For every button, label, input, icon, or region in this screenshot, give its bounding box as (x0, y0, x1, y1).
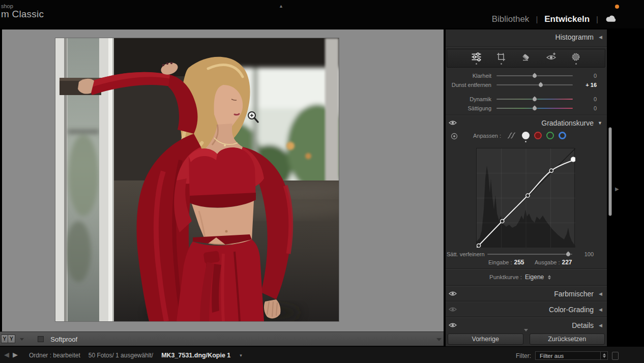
histogram-panel-header[interactable]: Histogramm ◀ (446, 31, 607, 44)
slider-track[interactable] (496, 96, 573, 103)
logo-line2: m Classic (1, 9, 44, 20)
slider-thumb[interactable] (565, 251, 572, 258)
tool-active-dot (476, 63, 477, 65)
develop-canvas-area (2, 29, 444, 331)
next-photo-arrow-icon[interactable]: ▶ (13, 351, 18, 358)
tone-curve-panel-header[interactable]: Gradationskurve ▼ (446, 116, 607, 130)
color-grading-panel-header[interactable]: Color-Grading ◀ (446, 303, 607, 316)
softproof-checkbox[interactable] (38, 336, 44, 342)
slider-thumb[interactable] (531, 104, 538, 111)
masking-tool[interactable] (570, 52, 581, 67)
parametric-curve-icon[interactable] (507, 132, 517, 139)
point-curve-select[interactable]: Eigene (525, 274, 544, 281)
tool-active-dot (575, 63, 577, 65)
panel-buttons-row: Vorherige Zurücksetzen (448, 334, 605, 345)
panel-eye-icon[interactable] (449, 120, 457, 126)
slider-label: Sätt. verfeinern (447, 251, 482, 257)
curve-point-selected[interactable] (571, 157, 575, 162)
point-curve-label: Punktkurve : (489, 274, 522, 280)
divider (446, 268, 607, 269)
toolbar-collapse-icon[interactable] (436, 338, 442, 341)
notification-dot (615, 5, 619, 9)
bottom-toolbar: Y Y Softproof (0, 331, 444, 346)
edit-basic-adjustments-tool[interactable] (471, 52, 482, 67)
collapse-down-icon: ▼ (598, 120, 602, 126)
previous-button[interactable]: Vorherige (448, 334, 523, 345)
slider-value: 100 (572, 251, 596, 257)
stepper-icon (600, 352, 607, 359)
slider-label: Sättigung (447, 105, 491, 111)
module-entwickeln[interactable]: Entwickeln (544, 14, 590, 24)
module-divider: | (536, 15, 538, 23)
red-eye-tool[interactable] (545, 52, 557, 67)
divider (446, 317, 607, 318)
panel-scrollbar-thumb[interactable] (608, 127, 612, 216)
panel-eye-icon[interactable] (449, 307, 457, 312)
slider-thumb[interactable] (531, 72, 538, 79)
module-bibliothek[interactable]: Bibliothek (492, 14, 530, 24)
slider-track[interactable] (487, 251, 572, 258)
view-options-caret-icon[interactable] (20, 338, 24, 341)
slider-dynamik: Dynamik 0 (447, 95, 606, 103)
slider-dunst-entfernen: Dunst entfernen + 16 (447, 80, 606, 89)
tone-curve-title: Gradationskurve (541, 119, 594, 127)
filter-lock-toggle-icon[interactable] (612, 352, 619, 360)
red-channel-button[interactable] (534, 132, 542, 139)
reset-button[interactable]: Zurücksetzen (530, 334, 605, 345)
collapse-left-icon: ◀ (599, 291, 602, 296)
panel-title: Details (572, 321, 594, 329)
slider-klarheit: Klarheit 0 (447, 71, 606, 80)
filter-label: Filter: (516, 352, 531, 359)
point-curve-row: Punktkurve : Eigene (489, 270, 551, 284)
targeted-adjustment-icon[interactable] (451, 133, 458, 140)
curve-input-output-row: Eingabe :255 Ausgabe :227 (488, 259, 574, 266)
loupe-view-button[interactable]: Y (1, 335, 8, 343)
adjust-label: Anpassen : (473, 133, 501, 139)
curve-point[interactable] (526, 194, 530, 197)
crop-tool[interactable] (495, 52, 507, 67)
panel-eye-icon[interactable] (449, 322, 457, 328)
top-panel-collapse-arrow-icon[interactable]: ▲ (279, 4, 283, 9)
filename-caret-icon[interactable]: ▾ (240, 353, 242, 358)
point-curve-button[interactable] (522, 132, 530, 139)
curve-point[interactable] (549, 169, 553, 172)
stepper-icon[interactable] (548, 275, 551, 280)
slider-track[interactable] (496, 81, 573, 88)
tool-active-dot (501, 63, 502, 65)
slider-track[interactable] (496, 105, 573, 112)
tone-curve-graph[interactable] (476, 148, 575, 247)
filmstrip-bar: ◀ ▶ Ordner : bearbeitet 50 Fotos/ 1 ausg… (0, 346, 644, 363)
healing-tool[interactable] (520, 52, 532, 67)
curve-point[interactable] (477, 244, 480, 247)
right-edge-show-panel-icon[interactable]: ▶ (615, 186, 619, 192)
farbmischer-panel-header[interactable]: Farbmischer ◀ (446, 287, 607, 300)
cloud-sync-icon[interactable] (605, 14, 618, 25)
divider (446, 115, 607, 116)
app-logo: shop m Classic (1, 3, 44, 20)
blue-channel-button[interactable] (559, 132, 566, 139)
filter-select[interactable]: Filter aus (535, 351, 608, 360)
slider-value: 0 (573, 73, 599, 79)
curve-point[interactable] (501, 219, 504, 223)
curve-adjust-row: Anpassen : (446, 130, 607, 145)
slider-value: 0 (573, 105, 599, 111)
photo-image (55, 38, 339, 321)
panel-eye-icon[interactable] (449, 291, 457, 296)
slider-track[interactable] (496, 72, 573, 79)
slider-label: Dynamik (447, 96, 491, 102)
collapse-left-icon: ◀ (599, 323, 602, 328)
slider-label: Dunst entfernen (447, 82, 491, 88)
top-bar: shop m Classic ▲ Bibliothek | Entwickeln… (0, 0, 644, 29)
softproof-label: Softproof (50, 336, 77, 343)
folder-label: Ordner : bearbeitet (29, 352, 80, 359)
green-channel-button[interactable] (546, 132, 554, 139)
filename-label[interactable]: MK3_7531.dng/Kopie 1 (161, 352, 230, 359)
compare-view-buttons[interactable]: Y Y (1, 335, 15, 343)
compare-view-button[interactable]: Y (8, 335, 15, 343)
slider-thumb[interactable] (537, 81, 544, 88)
module-divider: | (596, 15, 598, 23)
previous-photo-arrow-icon[interactable]: ◀ (4, 351, 9, 358)
photo-canvas[interactable] (55, 38, 339, 321)
divider (446, 285, 607, 286)
slider-thumb[interactable] (531, 95, 538, 102)
